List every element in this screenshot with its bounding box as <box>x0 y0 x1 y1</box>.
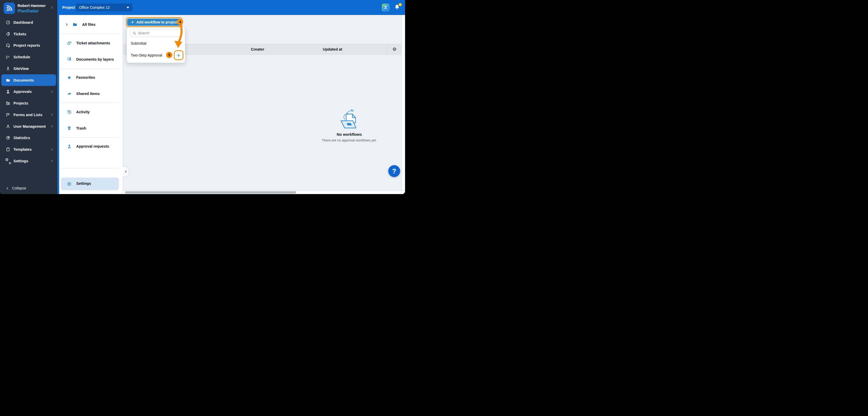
chevron-right-icon <box>51 148 54 151</box>
folder-icon <box>72 22 78 27</box>
chevron-right-icon <box>51 113 54 116</box>
workflow-dropdown: Submittal Two-Step Approval 5 <box>127 27 185 63</box>
sidebar-item-schedule[interactable]: Schedule <box>0 51 57 63</box>
panel-item-settings[interactable]: ⚙ Settings <box>61 178 119 190</box>
user-icon <box>6 124 10 129</box>
add-submittal-plus-icon[interactable] <box>176 41 181 45</box>
planradar-logo <box>4 3 15 14</box>
chevron-left-icon <box>124 170 127 173</box>
empty-state-subtitle: There are no approval workflows yet. <box>311 138 388 142</box>
sidebar-item-projects[interactable]: Projects <box>0 98 57 109</box>
sidebar-nav: Dashboard Tickets Project reports Schedu… <box>0 17 57 167</box>
divider <box>60 33 119 34</box>
horizontal-scrollbar[interactable] <box>123 190 405 194</box>
workflow-search[interactable] <box>130 29 182 37</box>
expand-chevron-icon[interactable] <box>65 23 68 26</box>
chevron-right-icon <box>51 125 54 128</box>
folder-icon <box>6 78 10 82</box>
divider <box>60 69 119 69</box>
panel-item-ticket-attachments[interactable]: Ticket attachments <box>59 38 123 48</box>
empty-state: No workflows There are no approval workf… <box>311 108 388 142</box>
add-two-step-plus-icon[interactable] <box>177 53 181 58</box>
vertical-scrollbar-gutter[interactable] <box>401 15 405 190</box>
sidebar-item-tickets[interactable]: Tickets <box>0 28 57 40</box>
empty-folder-illustration <box>337 108 362 130</box>
panel-item-favourites[interactable]: ★ Favourites <box>59 72 123 82</box>
stamp-icon <box>6 89 10 94</box>
account-user-name: Robert Hammer <box>18 4 46 8</box>
star-icon: ★ <box>67 75 72 80</box>
chevron-right-icon <box>50 6 54 9</box>
sidebar-item-siteview[interactable]: SiteView <box>0 63 57 75</box>
chevron-down-icon <box>127 7 129 8</box>
sidebar-collapse-button[interactable]: Collapse <box>0 184 57 193</box>
column-header-creator[interactable]: Creator <box>251 44 264 55</box>
panel-item-shared-items[interactable]: Shared Items <box>59 89 123 99</box>
workflow-search-input[interactable] <box>138 30 181 36</box>
clipboard-icon <box>6 147 10 152</box>
tutorial-step-badge-5: 5 <box>166 52 172 58</box>
divider <box>60 137 119 138</box>
panel-item-all-files[interactable]: All files <box>59 20 123 29</box>
add-workflow-button[interactable]: Add workflow to project <box>127 19 181 26</box>
chevron-right-icon <box>51 159 54 163</box>
collapse-label: Collapse <box>12 186 26 190</box>
divider <box>60 168 119 168</box>
panel-item-activity[interactable]: Activity <box>59 107 123 117</box>
plus-icon <box>131 21 134 24</box>
report-icon <box>6 43 10 48</box>
share-arrow-icon <box>67 91 72 96</box>
sidebar-item-dashboard[interactable]: Dashboard <box>0 17 57 28</box>
tutorial-highlight-add-workflow: Add workflow to project <box>126 17 182 27</box>
panel-item-documents-by-layers[interactable]: Documents by layers <box>59 55 123 64</box>
connect-icon <box>383 5 388 10</box>
sidebar-item-templates[interactable]: Templates <box>0 144 57 155</box>
gantt-icon <box>6 55 10 59</box>
tutorial-step-badge-4: 4 <box>177 19 183 25</box>
column-header-updated-at[interactable]: Updated at <box>323 44 342 55</box>
account-switcher[interactable]: Robert Hammer PlanRadar <box>0 0 57 16</box>
dashboard-icon <box>6 20 10 25</box>
layers-tree-icon <box>67 57 72 62</box>
documents-panel: All files Ticket attachments Documents b… <box>59 15 123 194</box>
gears-icon: ⚙⚙ <box>6 159 10 163</box>
pie-chart-icon <box>6 136 10 140</box>
main-sidebar: Robert Hammer PlanRadar Dashboard Ticket… <box>0 0 57 194</box>
buildings-icon <box>6 101 10 106</box>
sidebar-item-forms-and-lists[interactable]: Forms and Lists <box>0 109 57 121</box>
workflow-option-submittal[interactable]: Submittal <box>127 38 185 48</box>
chevron-left-icon <box>6 186 9 190</box>
project-label: Project <box>62 0 75 15</box>
trash-icon <box>67 126 72 131</box>
sidebar-item-documents[interactable]: Documents <box>1 74 56 86</box>
chevron-right-icon <box>51 90 54 94</box>
connect-apps-button[interactable] <box>382 4 390 11</box>
column-divider <box>387 44 387 55</box>
help-button[interactable]: ? <box>388 165 400 177</box>
panel-collapse-button[interactable] <box>123 167 129 177</box>
panel-item-approval-requests[interactable]: Approval requests <box>59 141 123 151</box>
sidebar-item-approvals[interactable]: Approvals <box>0 86 57 98</box>
sidebar-item-statistics[interactable]: Statistics <box>0 132 57 144</box>
table-settings-gear-icon[interactable]: ⚙ <box>390 44 399 55</box>
tutorial-highlight-add-two-step <box>174 50 183 60</box>
ticket-tag-icon <box>6 32 10 36</box>
paperclip-icon <box>67 40 72 46</box>
topbar: Project Office Complex 12 <box>57 0 405 15</box>
project-select[interactable]: Office Complex 12 <box>76 4 132 11</box>
panel-item-trash[interactable]: Trash <box>59 124 123 133</box>
account-company-name: PlanRadar <box>18 8 39 13</box>
horizontal-scrollbar-thumb[interactable] <box>125 191 296 194</box>
sidebar-item-settings[interactable]: ⚙⚙ Settings <box>0 155 57 167</box>
sidebar-item-project-reports[interactable]: Project reports <box>0 40 57 51</box>
flag-icon <box>6 112 10 117</box>
history-icon <box>67 109 72 114</box>
notifications-button[interactable] <box>394 4 401 11</box>
project-select-value: Office Complex 12 <box>79 5 127 9</box>
divider <box>60 103 119 103</box>
stamp-icon <box>67 144 72 149</box>
siteview-icon <box>6 66 10 71</box>
sidebar-item-user-management[interactable]: User Management <box>0 120 57 132</box>
gear-icon: ⚙ <box>67 181 71 187</box>
planradar-app: Project Office Complex 12 <box>0 0 405 194</box>
